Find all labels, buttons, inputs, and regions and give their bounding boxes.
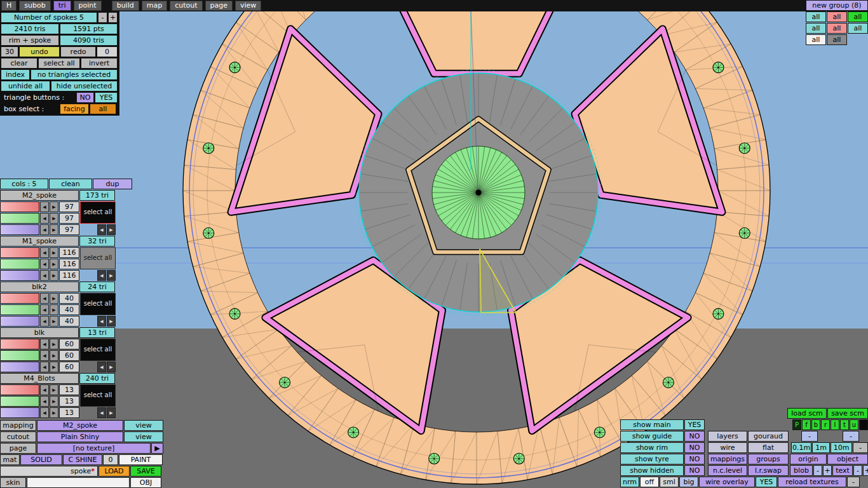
skin-filename[interactable] (27, 477, 130, 488)
prev-arrow-button[interactable]: ◀ (40, 259, 49, 269)
gouraud-button[interactable]: gouraud (748, 431, 789, 442)
material-name[interactable]: M1_spoke (0, 236, 79, 247)
dup-button[interactable]: dup (93, 179, 132, 189)
color-swatch-lavender[interactable] (0, 270, 39, 281)
show-tyre-toggle[interactable]: NO (684, 454, 705, 464)
prev-arrow-button[interactable]: ◀ (40, 224, 49, 235)
color-swatch-red[interactable] (0, 339, 39, 349)
menu-item-h[interactable]: H (1, 1, 17, 11)
next-arrow-button[interactable]: ▶ (107, 224, 116, 235)
mat-paint-button[interactable]: PAINT (119, 454, 163, 465)
menu-item-cutout[interactable]: cutout (170, 1, 202, 11)
redo-button[interactable]: redo (60, 46, 96, 57)
rim-spoke-label[interactable]: rim + spoke (1, 35, 59, 46)
color-swatch-green[interactable] (0, 396, 39, 407)
menu-item-page[interactable]: page (205, 1, 233, 11)
letter-toggle-empty[interactable] (859, 419, 868, 430)
next-arrow-button[interactable]: ▶ (50, 224, 58, 235)
group-all-button[interactable]: all (827, 23, 847, 34)
scale-01m-button[interactable]: 0.1m (791, 442, 811, 453)
skin-label[interactable]: skin (0, 477, 26, 488)
next-arrow-button[interactable]: ▶ (50, 407, 58, 418)
next-arrow-button[interactable]: ▶ (50, 213, 58, 224)
triangle-buttons-no[interactable]: NO (76, 92, 94, 103)
prev-arrow-button[interactable]: ◀ (40, 384, 49, 395)
next-arrow-button[interactable]: ▶ (50, 339, 58, 349)
page-next-button[interactable]: ▶ (151, 443, 163, 454)
next-arrow-button[interactable]: ▶ (107, 316, 116, 327)
page-value[interactable]: [no texture] (37, 443, 151, 454)
hide-unselected-button[interactable]: hide unselected (51, 81, 118, 92)
prev-arrow-button[interactable]: ◀ (40, 293, 49, 304)
nrm-big-button[interactable]: big (679, 477, 698, 487)
save-button[interactable]: SAVE (130, 466, 161, 477)
box-select-facing[interactable]: facing (60, 104, 89, 114)
clear-button[interactable]: clear (1, 58, 37, 69)
menu-item-subob[interactable]: subob (19, 1, 50, 11)
wire-overlay-toggle[interactable]: YES (756, 477, 777, 487)
group-all-button[interactable]: all (848, 23, 868, 34)
prev-arrow-button[interactable]: ◀ (40, 270, 49, 281)
group-all-button[interactable]: all (827, 34, 847, 45)
show-rim-toggle[interactable]: NO (684, 442, 705, 453)
cutout-value[interactable]: Plain Shiny (37, 431, 123, 442)
next-arrow-button[interactable]: ▶ (50, 304, 58, 315)
origin-button[interactable]: origin (790, 454, 827, 464)
group-all-button[interactable]: all (827, 11, 847, 22)
prev-arrow-button[interactable]: ◀ (40, 316, 49, 327)
spokes-decrement-button[interactable]: - (98, 12, 107, 23)
group-all-button[interactable]: all (806, 34, 826, 45)
blob-minus-button[interactable]: - (813, 465, 822, 476)
letter-toggle-p[interactable]: P (792, 419, 801, 430)
wire-button[interactable]: wire (708, 442, 747, 453)
prev-arrow-button[interactable]: ◀ (40, 350, 49, 361)
next-arrow-button[interactable]: ▶ (50, 259, 58, 269)
next-arrow-button[interactable]: ▶ (50, 362, 58, 372)
letter-toggle-l[interactable]: l (831, 419, 839, 430)
grid-minus-button[interactable]: - (801, 431, 818, 442)
next-arrow-button[interactable]: ▶ (50, 396, 58, 407)
page-label[interactable]: page (0, 443, 36, 454)
prev-arrow-button[interactable]: ◀ (97, 316, 106, 327)
next-arrow-button[interactable]: ▶ (50, 201, 58, 212)
letter-toggle-r[interactable]: r (821, 419, 830, 430)
next-arrow-button[interactable]: ▶ (107, 270, 116, 281)
nrm-button[interactable]: nrm (620, 477, 639, 487)
color-swatch-green[interactable] (0, 350, 39, 361)
prev-arrow-button[interactable]: ◀ (40, 304, 49, 315)
scale-1m-button[interactable]: 1m (812, 442, 830, 453)
material-name[interactable]: M4_Blots (0, 373, 79, 384)
prev-arrow-button[interactable]: ◀ (40, 362, 49, 372)
text-label[interactable]: text (832, 465, 853, 476)
next-arrow-button[interactable]: ▶ (50, 350, 58, 361)
wire-overlay-label[interactable]: wire overlay (699, 477, 755, 487)
scale-minus-button[interactable]: - (853, 442, 868, 453)
load-scm-button[interactable]: load scm (787, 408, 827, 419)
show-hidden-toggle[interactable]: NO (684, 465, 705, 476)
next-arrow-button[interactable]: ▶ (50, 247, 58, 258)
material-name[interactable]: M2_spoke (0, 190, 79, 201)
blob-plus-button[interactable]: + (823, 465, 832, 476)
invert-button[interactable]: invert (81, 58, 118, 69)
prev-arrow-button[interactable]: ◀ (40, 339, 49, 349)
groups-button[interactable]: groups (748, 454, 789, 464)
prev-arrow-button[interactable]: ◀ (97, 224, 106, 235)
material-select-all-button[interactable]: select all (80, 201, 116, 224)
menu-item-map[interactable]: map (142, 1, 167, 11)
mapping-view-button[interactable]: view (124, 420, 163, 431)
prev-arrow-button[interactable]: ◀ (40, 247, 49, 258)
nrm-off-button[interactable]: off (640, 477, 659, 487)
group-all-button[interactable]: all (806, 23, 826, 34)
triangle-buttons-yes[interactable]: YES (95, 92, 118, 103)
layers-button[interactable]: layers (708, 431, 747, 442)
group-all-button[interactable]: all (848, 11, 868, 22)
show-main-toggle[interactable]: YES (684, 419, 705, 430)
menu-item-view[interactable]: view (235, 1, 261, 11)
color-swatch-red[interactable] (0, 384, 39, 395)
next-arrow-button[interactable]: ▶ (50, 316, 58, 327)
unhide-all-button[interactable]: unhide all (1, 81, 50, 92)
mapping-value[interactable]: M2_spoke (37, 420, 123, 431)
blob-label[interactable]: blob (790, 465, 813, 476)
new-group-button[interactable]: new group (8) (806, 0, 868, 11)
color-swatch-green[interactable] (0, 213, 39, 224)
